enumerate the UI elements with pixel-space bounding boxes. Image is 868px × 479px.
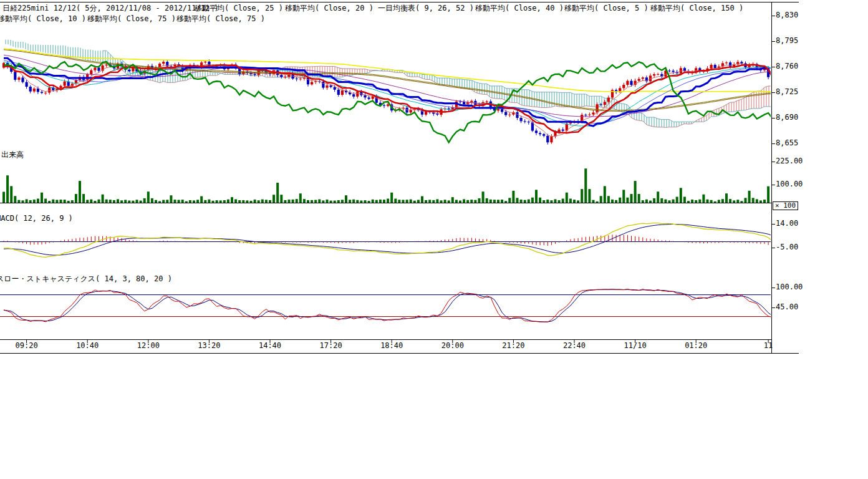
time-axis-label: 09:20 [16,342,38,350]
time-axis-label: 20:00 [441,342,464,350]
volume-panel [2,162,773,203]
time-axis-label: 12:00 [137,342,160,350]
time-axis-label: 11/10 [624,342,647,350]
volume-axis-label: 100.00 [776,180,803,188]
price-axis-label: 8,655 [776,139,798,147]
price-axis-label: 8,760 [776,62,798,70]
legend-item: 移動平均( Close, 20 ) [285,4,374,12]
time-axis-label: 17:20 [320,342,342,350]
stochastics-panel-label: スロー・ストキャスティクス( 14, 3, 80, 20 ) [0,275,172,283]
price-axis-label: 8,690 [776,114,798,122]
macd-panel-label: MACD( 12, 26, 9 ) [0,215,73,223]
volume-panel-label: 出来高 [1,151,24,159]
legend-item: 日経225mini 12/12( 5分, 2012/11/08 - 2012/1… [2,4,219,12]
time-axis-label: 22:40 [563,342,586,350]
time-axis-label: 11 [764,342,773,350]
time-axis-label: 10:40 [76,342,99,350]
stoch-axis-label: 100.00 [776,283,803,291]
price-axis-label: 8,830 [776,11,798,19]
chart-application-window: 出来高 MACD( 12, 26, 9 ) スロー・ストキャスティクス( 14,… [0,0,868,479]
time-axis-label: 14:40 [259,342,281,350]
chart-frame [0,2,799,354]
legend-item: 移動平均( Close, 75 ) [87,15,176,23]
macd-axis-label: -5.00 [776,243,798,251]
stoch-axis-label: 45.00 [776,303,798,311]
legend-item: 移動平均( Close, 10 ) [0,15,86,23]
legend-item: 移動平均( Close, 25 ) [195,4,283,12]
stochastics-panel [0,289,772,322]
macd-axis-label: 14.00 [776,220,798,228]
time-axis-label: 21:20 [502,342,524,350]
legend-item: 一目均衡表( 9, 26, 52 ) [378,4,474,12]
price-axis-label: 8,725 [776,88,798,96]
volume-axis-label: 225.00 [776,157,803,165]
price-axis-label: 8,795 [776,37,798,45]
legend-item: 移動平均( Close, 75 ) [176,15,265,23]
macd-panel [0,223,772,258]
time-axis-label: 13:20 [198,342,220,350]
legend-item: 移動平均( Close, 150 ) [650,4,743,12]
time-axis-label: 01:20 [685,342,707,350]
price-panel [2,40,773,145]
volume-unit-badge: × 100 [773,201,798,210]
chart-canvas[interactable] [0,0,868,479]
legend-item: 移動平均( Close, 40 ) [475,4,564,12]
legend-item: 移動平均( Close, 5 ) [564,4,649,12]
time-axis-label: 18:40 [380,342,403,350]
